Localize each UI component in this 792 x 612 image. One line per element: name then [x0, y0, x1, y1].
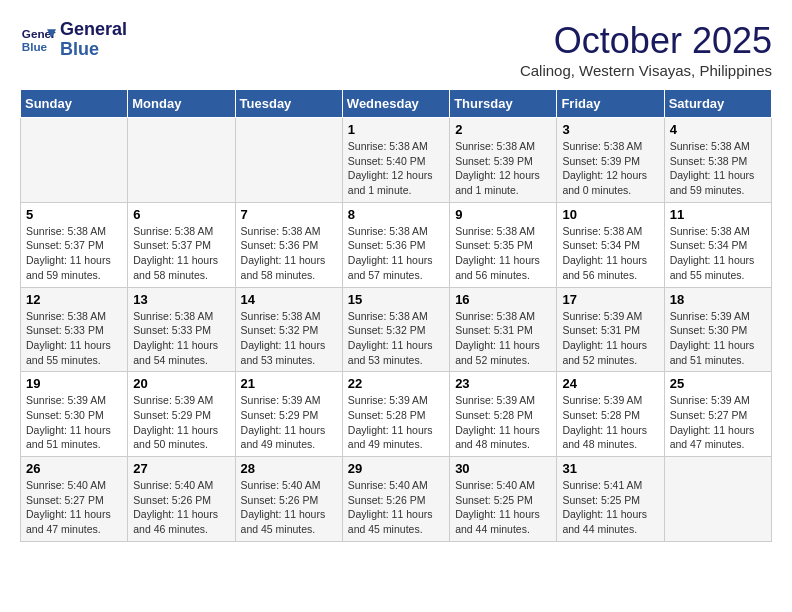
day-number: 11 — [670, 207, 766, 222]
day-number: 3 — [562, 122, 658, 137]
day-info: Sunrise: 5:38 AM Sunset: 5:39 PM Dayligh… — [455, 139, 551, 198]
day-info: Sunrise: 5:39 AM Sunset: 5:28 PM Dayligh… — [348, 393, 444, 452]
logo-line1: General — [60, 19, 127, 39]
day-info: Sunrise: 5:38 AM Sunset: 5:32 PM Dayligh… — [241, 309, 337, 368]
week-row-4: 19Sunrise: 5:39 AM Sunset: 5:30 PM Dayli… — [21, 372, 772, 457]
day-number: 20 — [133, 376, 229, 391]
day-number: 2 — [455, 122, 551, 137]
svg-text:Blue: Blue — [22, 40, 48, 53]
day-number: 9 — [455, 207, 551, 222]
calendar-cell: 31Sunrise: 5:41 AM Sunset: 5:25 PM Dayli… — [557, 457, 664, 542]
weekday-header-monday: Monday — [128, 90, 235, 118]
day-info: Sunrise: 5:41 AM Sunset: 5:25 PM Dayligh… — [562, 478, 658, 537]
day-info: Sunrise: 5:39 AM Sunset: 5:28 PM Dayligh… — [455, 393, 551, 452]
calendar-cell: 24Sunrise: 5:39 AM Sunset: 5:28 PM Dayli… — [557, 372, 664, 457]
week-row-5: 26Sunrise: 5:40 AM Sunset: 5:27 PM Dayli… — [21, 457, 772, 542]
day-info: Sunrise: 5:39 AM Sunset: 5:29 PM Dayligh… — [241, 393, 337, 452]
location-title: Calinog, Western Visayas, Philippines — [520, 62, 772, 79]
calendar-cell — [21, 118, 128, 203]
calendar-cell: 4Sunrise: 5:38 AM Sunset: 5:38 PM Daylig… — [664, 118, 771, 203]
day-number: 8 — [348, 207, 444, 222]
day-info: Sunrise: 5:38 AM Sunset: 5:40 PM Dayligh… — [348, 139, 444, 198]
day-number: 10 — [562, 207, 658, 222]
day-number: 17 — [562, 292, 658, 307]
day-number: 22 — [348, 376, 444, 391]
logo-icon: General Blue — [20, 22, 56, 58]
title-area: October 2025 Calinog, Western Visayas, P… — [520, 20, 772, 79]
day-info: Sunrise: 5:38 AM Sunset: 5:36 PM Dayligh… — [241, 224, 337, 283]
weekday-header-thursday: Thursday — [450, 90, 557, 118]
calendar-cell: 9Sunrise: 5:38 AM Sunset: 5:35 PM Daylig… — [450, 202, 557, 287]
weekday-header-friday: Friday — [557, 90, 664, 118]
calendar-cell: 5Sunrise: 5:38 AM Sunset: 5:37 PM Daylig… — [21, 202, 128, 287]
calendar-cell: 22Sunrise: 5:39 AM Sunset: 5:28 PM Dayli… — [342, 372, 449, 457]
week-row-3: 12Sunrise: 5:38 AM Sunset: 5:33 PM Dayli… — [21, 287, 772, 372]
week-row-1: 1Sunrise: 5:38 AM Sunset: 5:40 PM Daylig… — [21, 118, 772, 203]
day-info: Sunrise: 5:38 AM Sunset: 5:34 PM Dayligh… — [562, 224, 658, 283]
week-row-2: 5Sunrise: 5:38 AM Sunset: 5:37 PM Daylig… — [21, 202, 772, 287]
calendar-cell: 25Sunrise: 5:39 AM Sunset: 5:27 PM Dayli… — [664, 372, 771, 457]
weekday-header-row: SundayMondayTuesdayWednesdayThursdayFrid… — [21, 90, 772, 118]
day-number: 29 — [348, 461, 444, 476]
day-info: Sunrise: 5:38 AM Sunset: 5:36 PM Dayligh… — [348, 224, 444, 283]
calendar-cell: 7Sunrise: 5:38 AM Sunset: 5:36 PM Daylig… — [235, 202, 342, 287]
day-info: Sunrise: 5:39 AM Sunset: 5:29 PM Dayligh… — [133, 393, 229, 452]
day-info: Sunrise: 5:40 AM Sunset: 5:26 PM Dayligh… — [241, 478, 337, 537]
day-number: 7 — [241, 207, 337, 222]
day-info: Sunrise: 5:38 AM Sunset: 5:33 PM Dayligh… — [26, 309, 122, 368]
calendar-cell: 19Sunrise: 5:39 AM Sunset: 5:30 PM Dayli… — [21, 372, 128, 457]
day-info: Sunrise: 5:38 AM Sunset: 5:38 PM Dayligh… — [670, 139, 766, 198]
calendar-cell — [235, 118, 342, 203]
month-title: October 2025 — [520, 20, 772, 62]
calendar-cell — [128, 118, 235, 203]
day-number: 27 — [133, 461, 229, 476]
calendar-cell: 11Sunrise: 5:38 AM Sunset: 5:34 PM Dayli… — [664, 202, 771, 287]
day-info: Sunrise: 5:38 AM Sunset: 5:32 PM Dayligh… — [348, 309, 444, 368]
calendar-cell: 3Sunrise: 5:38 AM Sunset: 5:39 PM Daylig… — [557, 118, 664, 203]
calendar-cell: 23Sunrise: 5:39 AM Sunset: 5:28 PM Dayli… — [450, 372, 557, 457]
day-number: 18 — [670, 292, 766, 307]
day-number: 12 — [26, 292, 122, 307]
day-number: 1 — [348, 122, 444, 137]
calendar-cell: 29Sunrise: 5:40 AM Sunset: 5:26 PM Dayli… — [342, 457, 449, 542]
logo: General Blue General Blue — [20, 20, 127, 60]
day-info: Sunrise: 5:40 AM Sunset: 5:26 PM Dayligh… — [133, 478, 229, 537]
calendar-cell: 10Sunrise: 5:38 AM Sunset: 5:34 PM Dayli… — [557, 202, 664, 287]
day-info: Sunrise: 5:38 AM Sunset: 5:31 PM Dayligh… — [455, 309, 551, 368]
day-info: Sunrise: 5:38 AM Sunset: 5:37 PM Dayligh… — [133, 224, 229, 283]
day-info: Sunrise: 5:38 AM Sunset: 5:34 PM Dayligh… — [670, 224, 766, 283]
day-info: Sunrise: 5:40 AM Sunset: 5:25 PM Dayligh… — [455, 478, 551, 537]
day-number: 6 — [133, 207, 229, 222]
day-number: 21 — [241, 376, 337, 391]
calendar-cell: 26Sunrise: 5:40 AM Sunset: 5:27 PM Dayli… — [21, 457, 128, 542]
day-number: 31 — [562, 461, 658, 476]
day-number: 13 — [133, 292, 229, 307]
day-number: 30 — [455, 461, 551, 476]
calendar-cell: 18Sunrise: 5:39 AM Sunset: 5:30 PM Dayli… — [664, 287, 771, 372]
calendar-cell: 17Sunrise: 5:39 AM Sunset: 5:31 PM Dayli… — [557, 287, 664, 372]
day-number: 14 — [241, 292, 337, 307]
logo-text: General Blue — [60, 20, 127, 60]
calendar-cell: 21Sunrise: 5:39 AM Sunset: 5:29 PM Dayli… — [235, 372, 342, 457]
day-number: 19 — [26, 376, 122, 391]
calendar-cell: 28Sunrise: 5:40 AM Sunset: 5:26 PM Dayli… — [235, 457, 342, 542]
day-info: Sunrise: 5:39 AM Sunset: 5:27 PM Dayligh… — [670, 393, 766, 452]
logo-line2: Blue — [60, 39, 99, 59]
calendar-cell: 20Sunrise: 5:39 AM Sunset: 5:29 PM Dayli… — [128, 372, 235, 457]
calendar-cell — [664, 457, 771, 542]
calendar-cell: 27Sunrise: 5:40 AM Sunset: 5:26 PM Dayli… — [128, 457, 235, 542]
calendar-cell: 15Sunrise: 5:38 AM Sunset: 5:32 PM Dayli… — [342, 287, 449, 372]
day-info: Sunrise: 5:40 AM Sunset: 5:27 PM Dayligh… — [26, 478, 122, 537]
day-info: Sunrise: 5:39 AM Sunset: 5:30 PM Dayligh… — [26, 393, 122, 452]
day-number: 5 — [26, 207, 122, 222]
calendar-cell: 6Sunrise: 5:38 AM Sunset: 5:37 PM Daylig… — [128, 202, 235, 287]
calendar-cell: 30Sunrise: 5:40 AM Sunset: 5:25 PM Dayli… — [450, 457, 557, 542]
day-number: 16 — [455, 292, 551, 307]
day-number: 23 — [455, 376, 551, 391]
day-info: Sunrise: 5:38 AM Sunset: 5:37 PM Dayligh… — [26, 224, 122, 283]
calendar-cell: 1Sunrise: 5:38 AM Sunset: 5:40 PM Daylig… — [342, 118, 449, 203]
calendar-cell: 16Sunrise: 5:38 AM Sunset: 5:31 PM Dayli… — [450, 287, 557, 372]
calendar-cell: 8Sunrise: 5:38 AM Sunset: 5:36 PM Daylig… — [342, 202, 449, 287]
calendar-table: SundayMondayTuesdayWednesdayThursdayFrid… — [20, 89, 772, 542]
day-number: 24 — [562, 376, 658, 391]
